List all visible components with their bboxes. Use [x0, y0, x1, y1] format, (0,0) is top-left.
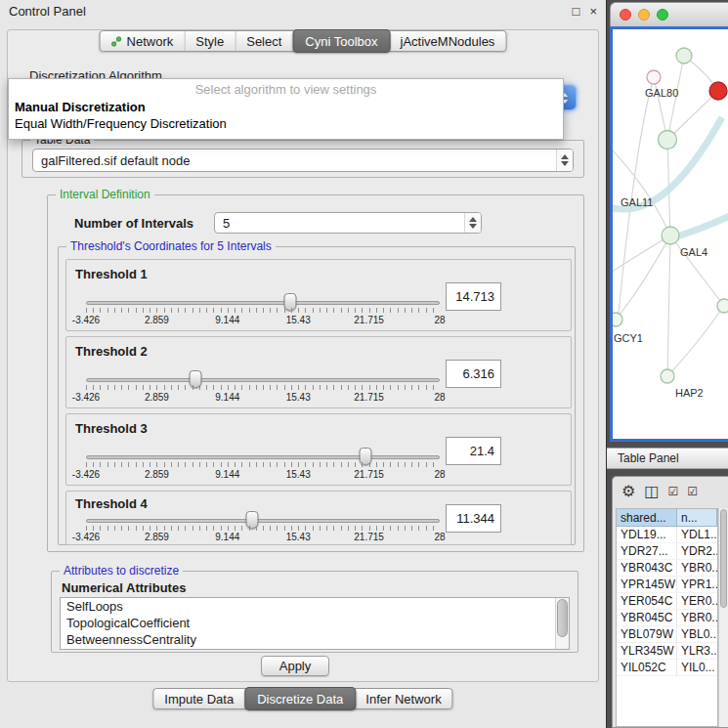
network-node[interactable]: [661, 369, 674, 383]
apply-button[interactable]: Apply: [261, 656, 329, 676]
cell-name[interactable]: YDL1...: [677, 527, 717, 542]
cell-shared-name[interactable]: YBL079W: [617, 626, 677, 642]
cell-name[interactable]: YDR2...: [677, 543, 717, 559]
list-scrollbar-thumb[interactable]: [557, 599, 568, 637]
list-item[interactable]: SelfLoops: [61, 598, 569, 615]
list-scrollbar[interactable]: [555, 598, 569, 649]
threshold-4-value-input[interactable]: 11.344: [446, 504, 501, 533]
minimize-traffic-light[interactable]: [638, 9, 650, 21]
zoom-traffic-light[interactable]: [657, 9, 668, 21]
cell-shared-name[interactable]: YDR27...: [617, 543, 677, 559]
dropdown-option-equal-width-frequency[interactable]: Equal Width/Frequency Discretization: [9, 115, 563, 132]
table-scrollbar[interactable]: [718, 508, 728, 727]
slider-ticks: [86, 526, 440, 531]
table-row[interactable]: YLR345WYLR3...: [617, 643, 717, 660]
number-of-intervals-combobox[interactable]: 5: [214, 212, 482, 234]
tab-network-label: Network: [127, 34, 174, 49]
list-item[interactable]: TopologicalCoefficient: [61, 615, 569, 631]
list-item[interactable]: BetweennessCentrality: [61, 631, 569, 648]
cell-name[interactable]: YBL0...: [677, 626, 717, 642]
tab-network[interactable]: Network: [101, 31, 186, 51]
combobox-stepper-icon[interactable]: [556, 150, 573, 171]
tab-impute-data[interactable]: Impute Data: [153, 689, 245, 708]
network-view-canvas[interactable]: GAL80 GAL11 GAL4 GCY1 HAP2: [610, 26, 728, 442]
table-browser-window: ⚙ ◫ ☑ ☑ shared... n... YDL19...YDL1... Y…: [612, 476, 728, 728]
threshold-1-value-input[interactable]: 14.713: [446, 282, 501, 311]
tab-select-label: Select: [246, 34, 281, 49]
slider-track[interactable]: [86, 301, 440, 305]
network-node[interactable]: [647, 70, 661, 84]
table-row[interactable]: YBL079WYBL0...: [617, 626, 717, 643]
table-row[interactable]: YER054CYER0...: [617, 593, 717, 610]
tab-infer-network-label: Infer Network: [365, 692, 441, 707]
network-node[interactable]: [717, 299, 728, 313]
dropdown-option-manual-discretization[interactable]: Manual Discretization: [9, 99, 563, 115]
cell-name[interactable]: YIL0...: [677, 660, 717, 675]
table-row[interactable]: YDL19...YDL1...: [617, 527, 717, 543]
slider-track[interactable]: [86, 378, 440, 382]
network-node-selected[interactable]: [709, 82, 727, 100]
threshold-3-value-input[interactable]: 21.4: [446, 437, 501, 465]
interval-definition-group-title: Interval Definition: [56, 188, 154, 201]
numerical-attributes-list[interactable]: SelfLoops TopologicalCoefficient Between…: [60, 597, 570, 650]
scale-label: 21.715: [354, 392, 384, 403]
network-node[interactable]: [662, 227, 679, 244]
scale-label: 15.43: [286, 469, 311, 480]
cell-shared-name[interactable]: YBR045C: [617, 610, 677, 625]
settings-gear-icon[interactable]: ⚙: [621, 484, 635, 499]
tab-discretize-data[interactable]: Discretize Data: [244, 687, 356, 710]
network-edges: [613, 56, 724, 376]
select-all-checkbox-icon[interactable]: ☑: [667, 486, 678, 497]
node-label: GAL4: [680, 246, 707, 258]
cell-name[interactable]: YLR3...: [677, 643, 717, 659]
tab-infer-network[interactable]: Infer Network: [355, 689, 451, 708]
node-label: GCY1: [614, 332, 643, 344]
slider-track[interactable]: [86, 519, 440, 523]
slider-track[interactable]: [86, 455, 440, 459]
table-row[interactable]: YIL052CYIL0...: [617, 660, 717, 676]
select-column-checkbox-icon[interactable]: ☑: [687, 486, 698, 497]
cell-shared-name[interactable]: YBR043C: [617, 560, 677, 576]
cell-shared-name[interactable]: YDL19...: [617, 527, 677, 542]
combobox-stepper-icon[interactable]: [464, 213, 481, 233]
cell-name[interactable]: YER0...: [677, 593, 717, 609]
threshold-2-value-input[interactable]: 6.316: [446, 360, 501, 388]
attributes-group: Attributes to discretize Numerical Attri…: [51, 571, 578, 653]
scale-label: 15.43: [286, 315, 311, 325]
tab-jactivemnodules[interactable]: jActiveMNodules: [390, 31, 506, 51]
cell-name[interactable]: YBR0...: [677, 560, 717, 576]
scale-label: 28: [434, 532, 445, 542]
cell-shared-name[interactable]: YPR145W: [617, 577, 677, 592]
close-traffic-light[interactable]: [620, 9, 631, 21]
tab-cyni-toolbox[interactable]: Cyni Toolbox: [292, 29, 390, 53]
cell-shared-name[interactable]: YLR345W: [617, 643, 677, 659]
table-row[interactable]: YBR045CYBR0...: [617, 610, 717, 626]
table-panel-header[interactable]: Table Panel: [607, 448, 728, 469]
cell-shared-name[interactable]: YIL052C: [617, 660, 677, 675]
tab-select[interactable]: Select: [236, 31, 293, 51]
threshold-1-panel: Threshold 1 -3.426 2.859 9.144 15.43 21.…: [65, 259, 572, 331]
column-header-name[interactable]: n...: [677, 509, 717, 527]
close-window-icon[interactable]: ×: [589, 5, 597, 18]
cell-name[interactable]: YPR1...: [677, 577, 717, 592]
tab-style[interactable]: Style: [185, 31, 236, 51]
algorithm-dropdown-popup: Select algorithm to view settings Manual…: [8, 78, 564, 140]
network-node[interactable]: [613, 313, 622, 326]
column-view-icon[interactable]: ◫: [644, 484, 659, 499]
table-row[interactable]: YDR27...YDR2...: [617, 543, 717, 560]
table-row[interactable]: YPR145WYPR1...: [617, 577, 717, 593]
table-row[interactable]: YBR043CYBR0...: [617, 560, 717, 577]
cell-name[interactable]: YBR0...: [677, 610, 717, 625]
table-data-combobox[interactable]: galFiltered.sif default node: [32, 149, 574, 172]
float-window-icon[interactable]: □: [573, 5, 580, 18]
thresholds-group-title: Threshold's Coordinates for 5 Intervals: [66, 239, 276, 253]
column-header-shared-name[interactable]: shared...: [617, 509, 677, 527]
dropdown-placeholder: Select algorithm to view settings: [9, 82, 563, 99]
network-node[interactable]: [676, 48, 692, 64]
tab-impute-data-label: Impute Data: [164, 692, 234, 707]
tab-jactivemnodules-label: jActiveMNodules: [401, 34, 495, 49]
scale-label: 9.144: [215, 469, 239, 480]
table-scrollbar-thumb[interactable]: [720, 509, 727, 608]
cell-shared-name[interactable]: YER054C: [617, 593, 677, 609]
network-node[interactable]: [659, 131, 677, 150]
